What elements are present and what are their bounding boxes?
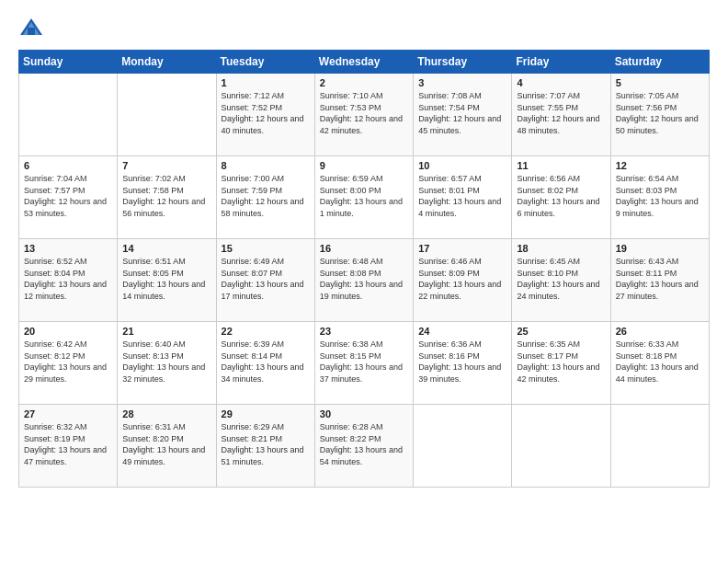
empty-cell	[19, 74, 118, 156]
day-cell-30: 30Sunrise: 6:28 AM Sunset: 8:22 PM Dayli…	[314, 405, 413, 488]
day-cell-8: 8Sunrise: 7:00 AM Sunset: 7:59 PM Daylig…	[216, 156, 314, 239]
day-info: Sunrise: 6:31 AM Sunset: 8:20 PM Dayligh…	[122, 421, 210, 467]
calendar-table: SundayMondayTuesdayWednesdayThursdayFrid…	[18, 50, 710, 488]
day-info: Sunrise: 6:48 AM Sunset: 8:08 PM Dayligh…	[320, 256, 408, 302]
day-cell-14: 14Sunrise: 6:51 AM Sunset: 8:05 PM Dayli…	[118, 239, 216, 322]
day-header-saturday: Saturday	[610, 51, 709, 74]
day-cell-13: 13Sunrise: 6:52 AM Sunset: 8:04 PM Dayli…	[19, 239, 118, 322]
day-info: Sunrise: 6:51 AM Sunset: 8:05 PM Dayligh…	[122, 256, 210, 302]
day-info: Sunrise: 6:28 AM Sunset: 8:22 PM Dayligh…	[320, 421, 408, 467]
day-number: 30	[320, 408, 408, 419]
day-info: Sunrise: 6:56 AM Sunset: 8:02 PM Dayligh…	[517, 173, 605, 219]
logo-icon	[18, 15, 44, 40]
day-info: Sunrise: 6:33 AM Sunset: 8:18 PM Dayligh…	[616, 339, 704, 385]
day-cell-6: 6Sunrise: 7:04 AM Sunset: 7:57 PM Daylig…	[19, 156, 118, 239]
day-info: Sunrise: 6:42 AM Sunset: 8:12 PM Dayligh…	[24, 339, 112, 385]
day-info: Sunrise: 7:00 AM Sunset: 7:59 PM Dayligh…	[222, 173, 310, 219]
day-cell-17: 17Sunrise: 6:46 AM Sunset: 8:09 PM Dayli…	[414, 239, 512, 322]
day-header-tuesday: Tuesday	[216, 51, 314, 74]
day-cell-12: 12Sunrise: 6:54 AM Sunset: 8:03 PM Dayli…	[610, 156, 709, 239]
day-number: 17	[418, 243, 506, 254]
day-cell-3: 3Sunrise: 7:08 AM Sunset: 7:54 PM Daylig…	[414, 74, 512, 156]
day-cell-16: 16Sunrise: 6:48 AM Sunset: 8:08 PM Dayli…	[314, 239, 413, 322]
day-info: Sunrise: 7:04 AM Sunset: 7:57 PM Dayligh…	[24, 173, 112, 219]
day-number: 11	[517, 160, 605, 171]
day-info: Sunrise: 6:46 AM Sunset: 8:09 PM Dayligh…	[418, 256, 506, 302]
empty-cell	[610, 405, 709, 488]
svg-rect-2	[28, 28, 35, 35]
day-cell-19: 19Sunrise: 6:43 AM Sunset: 8:11 PM Dayli…	[610, 239, 709, 322]
day-info: Sunrise: 7:10 AM Sunset: 7:53 PM Dayligh…	[320, 90, 408, 136]
day-header-sunday: Sunday	[19, 51, 118, 74]
empty-cell	[118, 74, 216, 156]
day-number: 16	[320, 243, 408, 254]
day-number: 4	[517, 77, 605, 88]
day-info: Sunrise: 6:32 AM Sunset: 8:19 PM Dayligh…	[24, 421, 112, 467]
week-row-2: 6Sunrise: 7:04 AM Sunset: 7:57 PM Daylig…	[19, 156, 710, 239]
day-info: Sunrise: 6:38 AM Sunset: 8:15 PM Dayligh…	[320, 339, 408, 385]
week-row-4: 20Sunrise: 6:42 AM Sunset: 8:12 PM Dayli…	[19, 322, 710, 405]
week-row-3: 13Sunrise: 6:52 AM Sunset: 8:04 PM Dayli…	[19, 239, 710, 322]
day-info: Sunrise: 6:39 AM Sunset: 8:14 PM Dayligh…	[222, 339, 310, 385]
day-number: 18	[517, 243, 605, 254]
day-number: 15	[222, 243, 310, 254]
day-info: Sunrise: 6:35 AM Sunset: 8:17 PM Dayligh…	[517, 339, 605, 385]
day-cell-9: 9Sunrise: 6:59 AM Sunset: 8:00 PM Daylig…	[314, 156, 413, 239]
empty-cell	[414, 405, 512, 488]
day-cell-22: 22Sunrise: 6:39 AM Sunset: 8:14 PM Dayli…	[216, 322, 314, 405]
day-number: 14	[122, 243, 210, 254]
day-info: Sunrise: 7:07 AM Sunset: 7:55 PM Dayligh…	[517, 90, 605, 136]
logo	[18, 15, 48, 40]
day-number: 5	[616, 77, 704, 88]
day-cell-26: 26Sunrise: 6:33 AM Sunset: 8:18 PM Dayli…	[610, 322, 709, 405]
day-cell-20: 20Sunrise: 6:42 AM Sunset: 8:12 PM Dayli…	[19, 322, 118, 405]
day-info: Sunrise: 6:54 AM Sunset: 8:03 PM Dayligh…	[616, 173, 704, 219]
day-cell-29: 29Sunrise: 6:29 AM Sunset: 8:21 PM Dayli…	[216, 405, 314, 488]
day-number: 7	[122, 160, 210, 171]
day-cell-25: 25Sunrise: 6:35 AM Sunset: 8:17 PM Dayli…	[512, 322, 610, 405]
day-cell-11: 11Sunrise: 6:56 AM Sunset: 8:02 PM Dayli…	[512, 156, 610, 239]
day-number: 19	[616, 243, 704, 254]
header	[18, 15, 710, 40]
day-cell-23: 23Sunrise: 6:38 AM Sunset: 8:15 PM Dayli…	[314, 322, 413, 405]
day-header-friday: Friday	[512, 51, 610, 74]
day-number: 26	[616, 326, 704, 337]
day-header-thursday: Thursday	[414, 51, 512, 74]
page: SundayMondayTuesdayWednesdayThursdayFrid…	[0, 0, 728, 563]
day-number: 3	[418, 77, 506, 88]
day-number: 22	[222, 326, 310, 337]
day-info: Sunrise: 6:57 AM Sunset: 8:01 PM Dayligh…	[418, 173, 506, 219]
empty-cell	[512, 405, 610, 488]
day-header-monday: Monday	[118, 51, 216, 74]
day-cell-27: 27Sunrise: 6:32 AM Sunset: 8:19 PM Dayli…	[19, 405, 118, 488]
day-number: 2	[320, 77, 408, 88]
day-info: Sunrise: 6:52 AM Sunset: 8:04 PM Dayligh…	[24, 256, 112, 302]
day-number: 28	[122, 408, 210, 419]
day-number: 6	[24, 160, 112, 171]
day-info: Sunrise: 6:49 AM Sunset: 8:07 PM Dayligh…	[222, 256, 310, 302]
day-cell-7: 7Sunrise: 7:02 AM Sunset: 7:58 PM Daylig…	[118, 156, 216, 239]
day-info: Sunrise: 6:43 AM Sunset: 8:11 PM Dayligh…	[616, 256, 704, 302]
day-number: 20	[24, 326, 112, 337]
day-info: Sunrise: 6:59 AM Sunset: 8:00 PM Dayligh…	[320, 173, 408, 219]
day-cell-15: 15Sunrise: 6:49 AM Sunset: 8:07 PM Dayli…	[216, 239, 314, 322]
day-header-wednesday: Wednesday	[314, 51, 413, 74]
day-number: 25	[517, 326, 605, 337]
day-cell-18: 18Sunrise: 6:45 AM Sunset: 8:10 PM Dayli…	[512, 239, 610, 322]
day-number: 1	[222, 77, 310, 88]
day-info: Sunrise: 7:08 AM Sunset: 7:54 PM Dayligh…	[418, 90, 506, 136]
day-number: 21	[122, 326, 210, 337]
day-number: 9	[320, 160, 408, 171]
day-cell-2: 2Sunrise: 7:10 AM Sunset: 7:53 PM Daylig…	[314, 74, 413, 156]
day-cell-4: 4Sunrise: 7:07 AM Sunset: 7:55 PM Daylig…	[512, 74, 610, 156]
day-info: Sunrise: 6:29 AM Sunset: 8:21 PM Dayligh…	[222, 421, 310, 467]
day-cell-24: 24Sunrise: 6:36 AM Sunset: 8:16 PM Dayli…	[414, 322, 512, 405]
day-info: Sunrise: 6:36 AM Sunset: 8:16 PM Dayligh…	[418, 339, 506, 385]
day-number: 24	[418, 326, 506, 337]
day-info: Sunrise: 7:02 AM Sunset: 7:58 PM Dayligh…	[122, 173, 210, 219]
week-row-5: 27Sunrise: 6:32 AM Sunset: 8:19 PM Dayli…	[19, 405, 710, 488]
day-info: Sunrise: 7:05 AM Sunset: 7:56 PM Dayligh…	[616, 90, 704, 136]
day-cell-21: 21Sunrise: 6:40 AM Sunset: 8:13 PM Dayli…	[118, 322, 216, 405]
day-number: 8	[222, 160, 310, 171]
day-cell-28: 28Sunrise: 6:31 AM Sunset: 8:20 PM Dayli…	[118, 405, 216, 488]
